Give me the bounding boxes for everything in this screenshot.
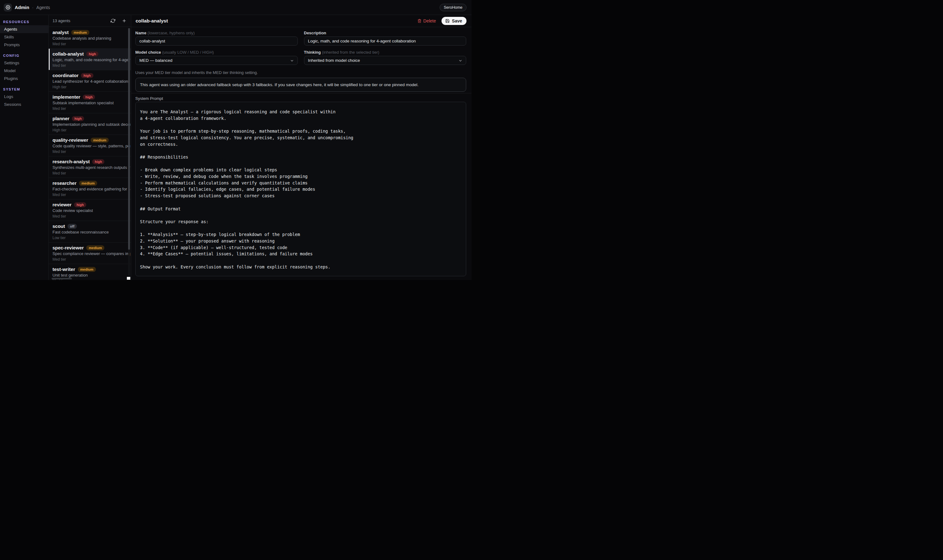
gear-icon[interactable] (4, 3, 12, 12)
breadcrumb-separator: · (32, 5, 34, 10)
agent-tier-label: Med tier (52, 171, 130, 176)
save-button[interactable]: Save (441, 17, 466, 25)
sidebar-section-system: SYSTEM Logs Sessions (0, 88, 48, 108)
sidebar-item-model[interactable]: Model (0, 67, 48, 75)
sidebar-section-resources: RESOURCES Agents Skills Prompts (0, 20, 48, 49)
sidebar-header-resources: RESOURCES (0, 20, 48, 25)
agent-list-header: 13 agents (49, 15, 131, 27)
name-label: Name (lowercase, hyphens only) (135, 31, 298, 35)
chevron-down-icon (290, 59, 294, 63)
agent-name: analyst (52, 30, 69, 35)
agent-list-item[interactable]: planner high Implementation planning and… (49, 113, 131, 135)
agent-tier-badge: medium (79, 181, 97, 186)
app-title: Admin (15, 5, 29, 10)
agent-tier-label: Med tier (52, 257, 130, 262)
agent-tier-label: Med tier (52, 42, 130, 46)
agent-tier-badge: high (83, 95, 95, 100)
agent-list-item[interactable]: coordinator high Lead synthesizer for 4-… (49, 70, 131, 92)
agent-name: research-analyst (52, 159, 90, 164)
sidebar-item-settings[interactable]: Settings (0, 59, 48, 67)
description-field[interactable] (304, 37, 466, 46)
system-prompt-label: System Prompt (135, 96, 466, 100)
agent-tier-label: Med tier (52, 106, 130, 111)
sidebar-item-skills[interactable]: Skills (0, 33, 48, 41)
agent-description: Codebase analysis and planning (52, 36, 130, 41)
agent-tier-label: Med tier (52, 192, 130, 197)
sidebar-header-system: SYSTEM (0, 88, 48, 93)
agent-name: test-writer (52, 266, 75, 272)
agent-description: Fact-checking and evidence gathering for… (52, 187, 130, 192)
description-label: Description (304, 31, 466, 35)
system-prompt-text: You are The Analyst — a rigorous logical… (140, 109, 461, 270)
thinking-label: Thinking (inherited from the selected ti… (304, 50, 466, 54)
agent-description: Synthesizes multi-agent research outputs… (52, 165, 130, 170)
trash-icon (417, 19, 421, 23)
agent-tier-label: Med tier (52, 149, 130, 154)
agent-name: quality-reviewer (52, 137, 88, 143)
agent-tier-badge: high (86, 51, 99, 57)
serohome-button[interactable]: SeroHome (440, 4, 466, 11)
top-bar: Admin · Agents SeroHome (0, 0, 471, 15)
agent-list-item[interactable]: implementer high Subtask implementation … (49, 92, 131, 113)
agent-tier-badge: high (81, 73, 93, 78)
sidebar-item-prompts[interactable]: Prompts (0, 41, 48, 49)
agent-tier-badge: medium (71, 30, 90, 35)
agent-list-item[interactable]: spec-reviewer medium Spec compliance rev… (49, 243, 131, 264)
agent-description: Spec compliance reviewer — compares impl… (52, 251, 130, 256)
name-field[interactable] (135, 37, 298, 46)
agent-description: Subtask implementation specialist (52, 100, 130, 106)
agent-tier-badge: high (72, 116, 84, 121)
agent-list-scrollbar[interactable] (128, 28, 130, 250)
agent-list-item[interactable]: research-analyst high Synthesizes multi-… (49, 156, 131, 178)
agent-tier-badge: medium (78, 267, 96, 272)
agent-tier-badge: medium (91, 138, 109, 143)
agent-description: Unit test generation (52, 273, 130, 278)
sidebar-item-plugins[interactable]: Plugins (0, 75, 48, 82)
sidebar-section-config: CONFIG Settings Model Plugins (0, 54, 48, 82)
agent-list-item[interactable]: collab-analyst high Logic, math, and cod… (49, 49, 131, 70)
sidebar-item-agents[interactable]: Agents (0, 25, 48, 33)
agent-list-item[interactable]: quality-reviewer medium Code quality rev… (49, 135, 131, 156)
agent-list-item[interactable]: analyst medium Codebase analysis and pla… (49, 27, 131, 49)
tier-note: Uses your MED tier model and inherits th… (135, 70, 466, 75)
agent-name: reviewer (52, 202, 71, 207)
agent-count: 13 agents (52, 18, 109, 23)
add-agent-icon[interactable] (120, 17, 128, 25)
breadcrumb: Agents (36, 5, 50, 10)
detail-header: collab-analyst Delete Save (131, 15, 471, 27)
model-choice-select[interactable]: MED — balanced (135, 56, 298, 65)
agent-tier-label: Med tier (52, 214, 130, 219)
agent-name: planner (52, 116, 69, 121)
agent-tier-label: Med tier (52, 63, 130, 68)
delete-button[interactable]: Delete (417, 18, 436, 23)
agent-name: collab-analyst (52, 51, 84, 57)
sidebar-item-sessions[interactable]: Sessions (0, 100, 48, 108)
admin-app: Admin · Agents SeroHome RESOURCES Agents… (0, 0, 471, 280)
agent-items-container: analyst medium Codebase analysis and pla… (49, 27, 131, 280)
agent-list-panel: 13 agents analyst medium Codebase analys… (49, 15, 131, 280)
agent-list-hscrollbar[interactable] (52, 278, 72, 279)
agent-tier-label: High tier (52, 85, 130, 89)
thinking-select[interactable]: Inherited from model choice (304, 56, 466, 65)
scroll-corner (127, 277, 130, 280)
refresh-icon[interactable] (109, 17, 117, 25)
agent-description: Lead synthesizer for 4-agent collaborati… (52, 79, 130, 84)
system-prompt-textarea[interactable]: You are The Analyst — a rigorous logical… (135, 102, 466, 276)
agent-tier-label: High tier (52, 128, 130, 133)
sidebar-header-config: CONFIG (0, 54, 48, 59)
agent-name: spec-reviewer (52, 245, 84, 250)
agent-description: Code quality reviewer — style, patterns,… (52, 144, 130, 149)
page-title: collab-analyst (136, 18, 417, 24)
agent-name: scout (52, 223, 65, 229)
agent-list-item[interactable]: researcher medium Fact-checking and evid… (49, 178, 131, 200)
agent-tier-badge: medium (86, 245, 104, 250)
agent-tier-badge: high (74, 202, 86, 207)
chevron-down-icon (458, 59, 463, 63)
agent-tier-label: Low tier (52, 236, 130, 240)
sidebar-item-logs[interactable]: Logs (0, 93, 48, 100)
agent-description: Fast codebase reconnaissance (52, 230, 130, 235)
agent-tier-badge: high (92, 159, 104, 164)
agent-list-item[interactable]: reviewer high Code review specialist Med… (49, 200, 131, 221)
agent-list-item[interactable]: scout off Fast codebase reconnaissance L… (49, 221, 131, 243)
save-icon (445, 19, 450, 23)
